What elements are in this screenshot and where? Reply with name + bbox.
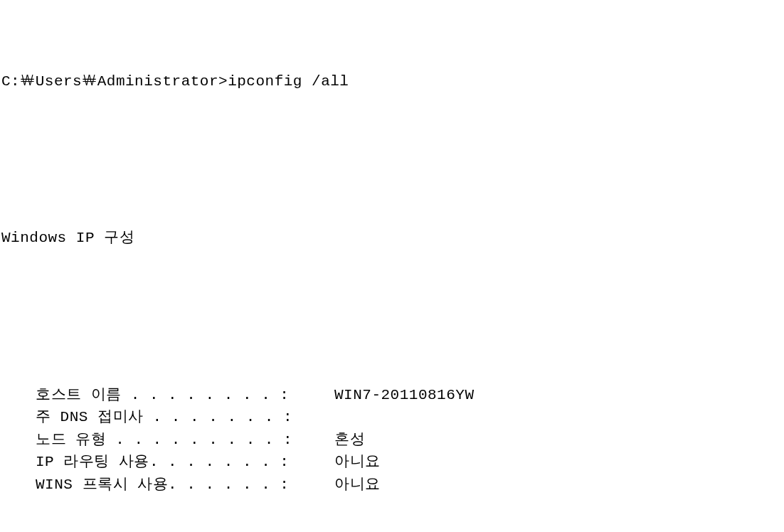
output-value (334, 406, 783, 429)
output-label: 노드 유형 . . . . . . . . . : (36, 429, 334, 452)
blank-line (1, 137, 783, 160)
output-value: 혼성 (334, 429, 783, 452)
output-value: 아니요 (334, 474, 783, 496)
output-row: 호스트 이름 . . . . . . . . : WIN7-20110816YW (1, 384, 783, 407)
output-row: WINS 프록시 사용. . . . . . : 아니요 (1, 474, 783, 496)
output-row: 노드 유형 . . . . . . . . . : 혼성 (1, 429, 783, 452)
output-row: 주 DNS 접미사 . . . . . . . : (1, 406, 783, 429)
terminal-output: C:￦Users￦Administrator>ipconfig /all Win… (0, 0, 784, 532)
output-label: IP 라우팅 사용. . . . . . . : (36, 451, 334, 474)
blank-line (1, 294, 783, 317)
output-value: WIN7-20110816YW (334, 384, 783, 407)
ip-config-block: 호스트 이름 . . . . . . . . : WIN7-20110816YW… (1, 384, 783, 496)
output-label: 주 DNS 접미사 . . . . . . . : (36, 406, 334, 429)
section-header-ip-config: Windows IP 구성 (1, 227, 783, 250)
output-label: WINS 프록시 사용. . . . . . : (36, 474, 334, 496)
output-value: 아니요 (334, 451, 783, 474)
output-row: IP 라우팅 사용. . . . . . . : 아니요 (1, 451, 783, 474)
output-label: 호스트 이름 . . . . . . . . : (36, 384, 334, 407)
command-prompt-line: C:￦Users￦Administrator>ipconfig /all (1, 70, 783, 93)
